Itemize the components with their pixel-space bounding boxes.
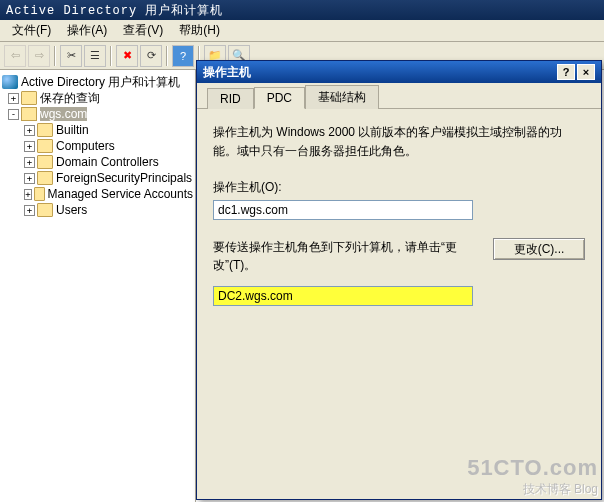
delete-button[interactable]: ✖ bbox=[116, 45, 138, 67]
tab-infrastructure[interactable]: 基础结构 bbox=[305, 85, 379, 109]
current-master-label: 操作主机(O): bbox=[213, 179, 585, 196]
collapse-icon[interactable]: - bbox=[8, 109, 19, 120]
tree-root-label: Active Directory 用户和计算机 bbox=[21, 74, 180, 91]
current-master-field bbox=[213, 200, 473, 220]
tree-node-builtin[interactable]: +Builtin bbox=[2, 122, 193, 138]
folder-icon bbox=[37, 139, 53, 153]
toolbar-separator bbox=[166, 46, 168, 66]
dialog-body: 操作主机为 Windows 2000 以前版本的客户端模拟主域控制器的功能。域中… bbox=[197, 109, 601, 499]
dialog-titlebar: 操作主机 ? × bbox=[197, 61, 601, 83]
cut-button[interactable]: ✂ bbox=[60, 45, 82, 67]
help-button[interactable]: ? bbox=[172, 45, 194, 67]
folder-icon bbox=[37, 203, 53, 217]
tree-label: 保存的查询 bbox=[40, 90, 100, 107]
expand-icon[interactable]: + bbox=[8, 93, 19, 104]
tab-rid[interactable]: RID bbox=[207, 88, 254, 109]
menu-view[interactable]: 查看(V) bbox=[115, 20, 171, 41]
pdc-description: 操作主机为 Windows 2000 以前版本的客户端模拟主域控制器的功能。域中… bbox=[213, 123, 585, 161]
target-master-field bbox=[213, 286, 473, 306]
dialog-tabs: RID PDC 基础结构 bbox=[197, 83, 601, 109]
tab-pdc[interactable]: PDC bbox=[254, 87, 305, 109]
folder-icon bbox=[34, 187, 45, 201]
dialog-close-button[interactable]: × bbox=[577, 64, 595, 80]
menu-file[interactable]: 文件(F) bbox=[4, 20, 59, 41]
folder-icon bbox=[37, 123, 53, 137]
properties-button[interactable]: ☰ bbox=[84, 45, 106, 67]
refresh-button[interactable]: ⟳ bbox=[140, 45, 162, 67]
tree-node-label: Domain Controllers bbox=[56, 155, 159, 169]
toolbar-separator bbox=[110, 46, 112, 66]
tree-node-label: Computers bbox=[56, 139, 115, 153]
tree-node-label: ForeignSecurityPrincipals bbox=[56, 171, 192, 185]
menubar: 文件(F) 操作(A) 查看(V) 帮助(H) bbox=[0, 20, 604, 42]
tree-node-users[interactable]: +Users bbox=[2, 202, 193, 218]
tree-domain[interactable]: - wgs.com bbox=[2, 106, 193, 122]
transfer-instruction: 要传送操作主机角色到下列计算机，请单击“更改”(T)。 bbox=[213, 238, 473, 274]
expand-icon[interactable]: + bbox=[24, 189, 32, 200]
aduc-icon bbox=[2, 75, 18, 89]
tree-saved-queries[interactable]: + 保存的查询 bbox=[2, 90, 193, 106]
tree-node-domain-controllers[interactable]: +Domain Controllers bbox=[2, 154, 193, 170]
tree-node-managed-service-accounts[interactable]: +Managed Service Accounts bbox=[2, 186, 193, 202]
folder-icon bbox=[37, 155, 53, 169]
tree-node-label: Builtin bbox=[56, 123, 89, 137]
tree-node-computers[interactable]: +Computers bbox=[2, 138, 193, 154]
window-titlebar: Active Directory 用户和计算机 bbox=[0, 0, 604, 20]
expand-icon[interactable]: + bbox=[24, 173, 35, 184]
tree-node-label: Managed Service Accounts bbox=[48, 187, 193, 201]
domain-icon bbox=[21, 107, 37, 121]
folder-icon bbox=[37, 171, 53, 185]
toolbar-separator bbox=[54, 46, 56, 66]
menu-help[interactable]: 帮助(H) bbox=[171, 20, 228, 41]
tree-panel: Active Directory 用户和计算机 + 保存的查询 - wgs.co… bbox=[0, 70, 196, 502]
expand-icon[interactable]: + bbox=[24, 157, 35, 168]
tree-node-foreignsecurityprincipals[interactable]: +ForeignSecurityPrincipals bbox=[2, 170, 193, 186]
change-button[interactable]: 更改(C)... bbox=[493, 238, 585, 260]
expand-icon[interactable]: + bbox=[24, 141, 35, 152]
dialog-help-button[interactable]: ? bbox=[557, 64, 575, 80]
menu-action[interactable]: 操作(A) bbox=[59, 20, 115, 41]
tree-root[interactable]: Active Directory 用户和计算机 bbox=[2, 74, 193, 90]
expand-icon[interactable]: + bbox=[24, 205, 35, 216]
expand-icon[interactable]: + bbox=[24, 125, 35, 136]
window-title: Active Directory 用户和计算机 bbox=[6, 2, 223, 19]
operations-master-dialog: 操作主机 ? × RID PDC 基础结构 操作主机为 Windows 2000… bbox=[196, 60, 602, 500]
tree-node-label: Users bbox=[56, 203, 87, 217]
back-button[interactable]: ⇦ bbox=[4, 45, 26, 67]
dialog-title: 操作主机 bbox=[203, 64, 251, 81]
tree-domain-label: wgs.com bbox=[40, 107, 87, 121]
forward-button[interactable]: ⇨ bbox=[28, 45, 50, 67]
folder-icon bbox=[21, 91, 37, 105]
